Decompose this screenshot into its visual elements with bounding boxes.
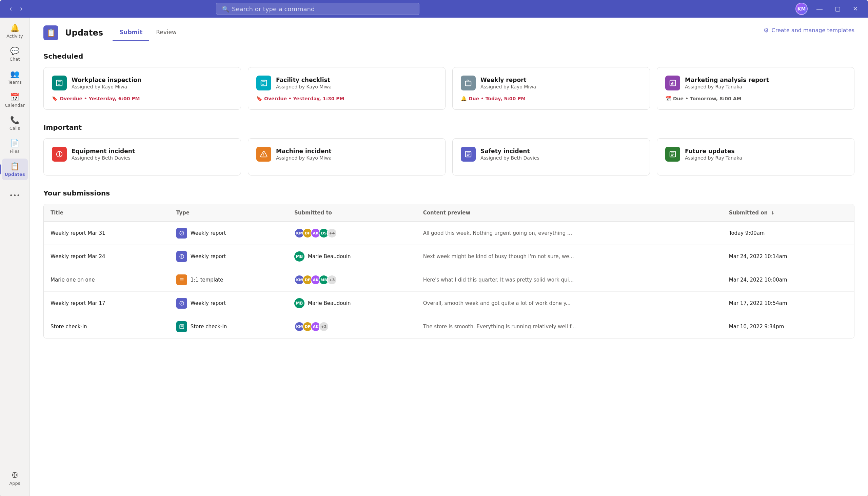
sidebar-label-activity: Activity [6,33,23,38]
type-icon [176,321,187,332]
sort-icon: ↓ [771,211,775,216]
table-row[interactable]: Weekly report Mar 24 ? Weekly report MB … [44,245,854,268]
scheduled-card-workplace-inspection[interactable]: Workplace inspection Assigned by Kayo Mi… [43,67,241,110]
sidebar-item-calls[interactable]: 📞 Calls [2,112,28,134]
tab-submit[interactable]: Submit [113,25,149,41]
important-section: Important Equipment incident Assigned by… [43,123,854,175]
card-assigned-by: Assigned by Kayo Miwa [276,84,332,90]
app-header: 📋 Updates Submit Review ⚙ Create and man… [30,18,868,41]
calendar-icon: 📅 [10,93,19,101]
card-title: Future updates [685,148,742,155]
sidebar-item-updates[interactable]: 📋 Updates [2,158,28,180]
content-area: 📋 Updates Submit Review ⚙ Create and man… [30,18,868,496]
submitted-to-avatar: MB Marie Beaudouin [294,251,409,262]
mini-avatar: +4 [327,228,337,238]
card-title: Safety incident [480,148,539,155]
svg-text:?: ? [181,232,182,235]
card-header: Equipment incident Assigned by Beth Davi… [52,147,233,161]
col-title: Title [44,204,169,221]
sidebar-more-button[interactable]: ••• [2,188,28,202]
avatar-circle: MB [294,298,304,308]
sidebar-item-calendar[interactable]: 📅 Calendar [2,90,28,111]
card-title: Workplace inspection [72,77,141,83]
search-bar[interactable]: 🔍 Search or type a command [216,3,419,15]
table-row[interactable]: Weekly report Mar 17 ? Weekly report MB … [44,292,854,315]
card-icon [256,147,271,161]
status-text: Overdue • Yesterday, 1:30 PM [264,96,344,101]
important-card-equipment-incident[interactable]: Equipment incident Assigned by Beth Davi… [43,138,241,175]
type-icon: ? [176,251,187,262]
back-button[interactable]: ‹ [7,3,15,15]
col-submitted-on: Submitted on ↓ [722,204,854,221]
title-bar-right: KM — ▢ ✕ [795,3,861,15]
search-placeholder: Search or type a command [232,5,315,13]
gear-icon: ⚙ [763,27,769,34]
sidebar-more[interactable]: ••• [2,188,28,202]
important-cards-grid: Equipment incident Assigned by Beth Davi… [43,138,854,175]
svg-rect-8 [465,81,471,86]
nav-buttons: ‹ › [7,3,26,15]
cell-preview: Next week might be kind of busy though I… [416,245,722,268]
forward-button[interactable]: › [17,3,25,15]
mini-avatar: +3 [327,275,337,285]
create-templates-button[interactable]: ⚙ Create and manage templates [763,27,854,38]
status-icon: 📅 [665,96,671,101]
card-status: 🔖 Overdue • Yesterday, 6:00 PM [52,96,233,101]
calls-icon: 📞 [10,116,19,124]
cell-type: ? Weekly report [169,245,287,268]
sidebar-item-files[interactable]: 📄 Files [2,136,28,157]
cell-title: Marie one on one [44,268,169,292]
cell-submitted-to: KMDFAK+2 [287,315,416,339]
apps-icon: ✠ [12,471,18,479]
table-row[interactable]: Store check-in Store check-in KMDFAK+2 T… [44,315,854,339]
card-header: Machine incident Assigned by Kayo Miwa [256,147,437,161]
scheduled-card-facility-checklist[interactable]: Facility checklist Assigned by Kayo Miwa… [248,67,446,110]
table-header: Title Type Submitted to Content preview … [44,204,854,221]
cell-title: Store check-in [44,315,169,339]
important-card-future-updates[interactable]: Future updates Assigned by Ray Tanaka [657,138,854,175]
type-badge: Store check-in [176,321,281,332]
card-header: Workplace inspection Assigned by Kayo Mi… [52,76,233,91]
cell-type: ? Weekly report [169,221,287,245]
sidebar-label-calendar: Calendar [5,103,25,108]
cell-submitted-to: KMDFAKDS+4 [287,221,416,245]
timestamp: Mar 24, 2022 10:14am [729,253,787,260]
scheduled-card-weekly-report[interactable]: Weekly report Assigned by Kayo Miwa 🔔 Du… [452,67,650,110]
table-row[interactable]: Weekly report Mar 31 ? Weekly report KMD… [44,221,854,245]
timestamp: Mar 10, 2022 9:34pm [729,324,784,330]
important-card-safety-incident[interactable]: Safety incident Assigned by Beth Davies [452,138,650,175]
files-icon: 📄 [10,139,19,148]
cell-submitted-on: Mar 24, 2022 10:14am [722,245,854,268]
submissions-title: Your submissions [43,189,854,197]
type-label: Weekly report [191,300,226,306]
scheduled-card-marketing-analysis[interactable]: Marketing analysis report Assigned by Ra… [657,67,854,110]
card-assigned-by: Assigned by Ray Tanaka [685,155,742,160]
scheduled-title: Scheduled [43,52,854,60]
cell-type: ? Weekly report [169,292,287,315]
svg-text:?: ? [181,302,182,305]
card-header: Weekly report Assigned by Kayo Miwa [461,76,642,91]
preview-text: All good this week. Nothing urgent going… [423,230,572,236]
minimize-button[interactable]: — [813,4,826,14]
timestamp: Mar 24, 2022 10:00am [729,277,787,283]
cell-submitted-to: KMDFAKMB+3 [287,268,416,292]
close-button[interactable]: ✕ [849,4,861,14]
svg-point-15 [59,155,60,156]
tab-review[interactable]: Review [149,25,183,41]
create-templates-label: Create and manage templates [772,27,854,33]
sidebar-item-teams[interactable]: 👥 Teams [2,66,28,88]
user-avatar[interactable]: KM [795,3,808,15]
sidebar-item-apps[interactable]: ✠ Apps [2,467,28,489]
maximize-button[interactable]: ▢ [832,4,844,14]
cell-title: Weekly report Mar 31 [44,221,169,245]
sidebar-item-activity[interactable]: 🔔 Activity [2,20,28,42]
card-assigned-by: Assigned by Beth Davies [72,155,135,160]
card-status: 🔖 Overdue • Yesterday, 1:30 PM [256,96,437,101]
table-row[interactable]: Marie one on one 1:1 template KMDFAKMB+3… [44,268,854,292]
search-icon: 🔍 [222,5,229,13]
type-icon: ? [176,298,187,309]
sidebar-item-chat[interactable]: 💬 Chat [2,43,28,65]
type-label: 1:1 template [191,277,223,283]
important-card-machine-incident[interactable]: Machine incident Assigned by Kayo Miwa [248,138,446,175]
card-icon [52,76,67,91]
